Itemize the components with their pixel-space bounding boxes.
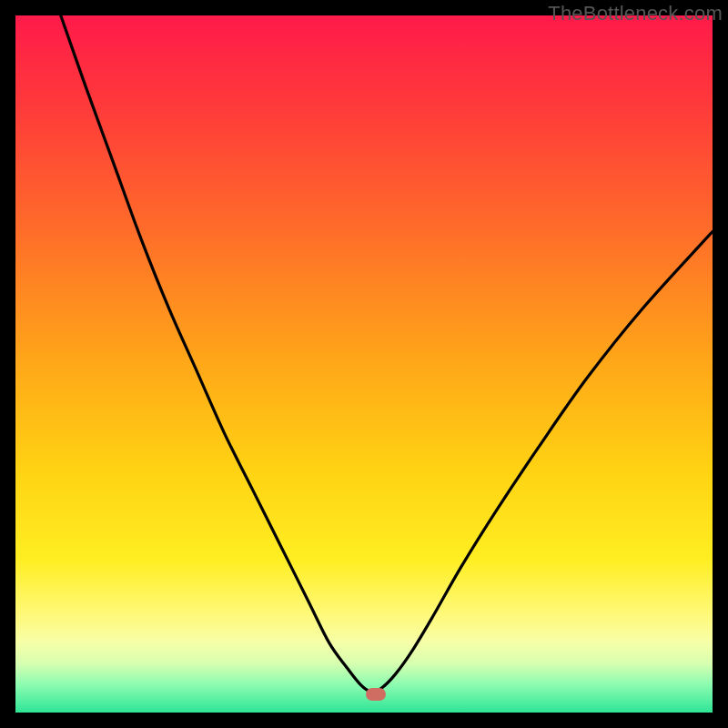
- optimal-marker: [366, 688, 386, 701]
- plot-area: [15, 15, 713, 713]
- curve-layer: [15, 15, 713, 713]
- watermark-label: TheBottleneck.com: [548, 2, 723, 25]
- bottleneck-curve: [61, 15, 713, 692]
- chart-stage: TheBottleneck.com: [0, 0, 728, 728]
